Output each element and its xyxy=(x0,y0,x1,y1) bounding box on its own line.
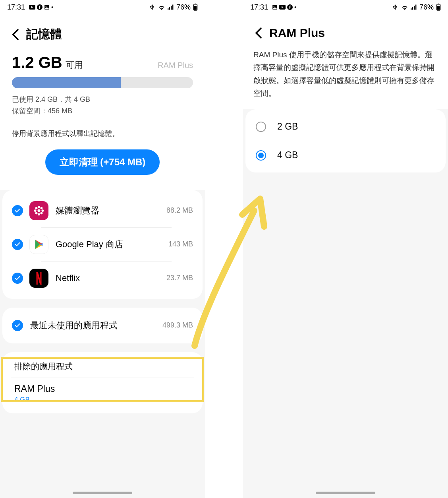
gallery-app-icon xyxy=(29,201,48,220)
app-size: 23.7 MB xyxy=(166,274,193,282)
radio-unselected-icon xyxy=(256,122,266,132)
svg-point-15 xyxy=(41,209,44,212)
svg-point-17 xyxy=(41,207,43,209)
battery-percent: 76% xyxy=(176,3,191,12)
ram-plus-badge: RAM Plus xyxy=(158,61,193,70)
memory-progress-fill xyxy=(12,77,121,88)
status-notif-icons: • xyxy=(272,4,296,10)
back-icon[interactable] xyxy=(255,27,262,39)
memory-progress-bar xyxy=(12,77,193,88)
ram-plus-description: RAM Plus 使用手機的儲存空間來提供虛擬記憶體。選擇高容量的虛擬記憶體可供… xyxy=(243,43,448,109)
svg-point-13 xyxy=(38,213,40,215)
svg-rect-25 xyxy=(412,7,413,10)
mute-icon xyxy=(392,4,399,10)
free-memory-amount: 1.2 GB xyxy=(12,54,62,71)
app-size: 88.2 MB xyxy=(166,206,193,215)
recent-unused-size: 499.3 MB xyxy=(162,321,193,329)
radio-label: 4 GB xyxy=(277,150,298,161)
svg-rect-5 xyxy=(169,7,170,10)
svg-rect-6 xyxy=(171,6,172,10)
apps-card: 媒體瀏覽器 88.2 MB Google Play 商店 143 MB Ne xyxy=(2,190,203,299)
youtube-icon xyxy=(29,5,35,10)
wifi-icon xyxy=(401,4,408,10)
image-icon xyxy=(272,4,278,10)
radio-label: 2 GB xyxy=(277,121,298,132)
memory-summary: 1.2 GB 可用 RAM Plus 已使用 2.4 GB，共 4 GB 保留空… xyxy=(0,46,205,190)
radio-option-2gb[interactable]: 2 GB xyxy=(253,112,438,141)
excluded-apps-card: 排除的應用程式 RAM Plus 4 GB xyxy=(2,352,203,413)
ram-plus-setting-row[interactable]: RAM Plus 4 GB xyxy=(11,378,194,406)
recent-unused-card[interactable]: 最近未使用的應用程式 499.3 MB xyxy=(2,308,203,343)
play-store-icon xyxy=(29,235,48,254)
app-row[interactable]: 媒體瀏覽器 88.2 MB xyxy=(10,194,195,227)
radio-selected-icon xyxy=(256,150,266,161)
app-size: 143 MB xyxy=(168,240,193,248)
svg-rect-26 xyxy=(414,6,415,10)
checkbox-checked-icon[interactable] xyxy=(12,273,23,284)
svg-rect-30 xyxy=(437,6,440,10)
cleanup-button[interactable]: 立即清理 (+754 MB) xyxy=(45,149,160,175)
svg-point-18 xyxy=(35,212,38,214)
battery-icon xyxy=(436,4,441,11)
svg-point-12 xyxy=(38,205,40,208)
nav-handle[interactable] xyxy=(73,492,132,494)
svg-point-16 xyxy=(35,207,38,209)
status-bar: 17:31 • 76% xyxy=(0,0,205,14)
svg-point-19 xyxy=(41,212,43,214)
status-notif-icons: • xyxy=(29,4,53,10)
checkbox-checked-icon[interactable] xyxy=(12,239,23,250)
facebook-icon xyxy=(37,4,42,10)
signal-icon xyxy=(411,4,417,10)
svg-point-14 xyxy=(34,209,37,212)
battery-percent: 76% xyxy=(419,3,434,12)
youtube-icon xyxy=(279,5,286,10)
page-title: RAM Plus xyxy=(269,26,325,40)
checkbox-checked-icon[interactable] xyxy=(12,320,23,331)
radio-option-4gb[interactable]: 4 GB xyxy=(253,141,438,169)
status-time: 17:31 xyxy=(250,3,268,12)
page-header: RAM Plus xyxy=(243,14,448,43)
facebook-icon xyxy=(287,4,293,10)
signal-icon xyxy=(168,4,174,10)
used-memory-line: 已使用 2.4 GB，共 4 GB xyxy=(12,94,193,105)
netflix-icon xyxy=(29,269,48,288)
ram-plus-row-value: 4 GB xyxy=(14,396,191,404)
ram-plus-screen: 17:31 • 76% RAM Plus RAM Plus 使用手機的儲存空間來… xyxy=(243,0,448,498)
svg-rect-10 xyxy=(194,6,197,10)
back-icon[interactable] xyxy=(12,29,19,41)
recent-unused-label: 最近未使用的應用程式 xyxy=(30,320,155,331)
nav-handle[interactable] xyxy=(316,492,375,494)
app-name: 媒體瀏覽器 xyxy=(56,205,159,217)
svg-rect-7 xyxy=(172,5,173,10)
app-name: Google Play 商店 xyxy=(56,238,161,250)
page-title: 記憶體 xyxy=(26,26,62,43)
battery-icon xyxy=(193,4,198,11)
image-icon xyxy=(44,4,50,10)
reserved-memory-line: 保留空間：456 MB xyxy=(12,105,193,117)
mute-icon xyxy=(149,4,156,10)
app-name: Netflix xyxy=(56,273,159,283)
free-memory-label: 可用 xyxy=(66,60,83,70)
svg-point-21 xyxy=(274,6,274,7)
app-row[interactable]: Netflix 23.7 MB xyxy=(10,262,195,295)
svg-rect-9 xyxy=(195,4,196,4)
status-time: 17:31 xyxy=(7,3,25,12)
svg-rect-24 xyxy=(411,8,411,10)
svg-rect-27 xyxy=(415,5,416,10)
checkbox-checked-icon[interactable] xyxy=(12,205,23,216)
status-bar: 17:31 • 76% xyxy=(243,0,448,14)
memory-screen: 17:31 • 76% 記憶體 1.2 GB 可用 RAM Plus xyxy=(0,0,205,498)
memory-hint: 停用背景應用程式以釋出記憶體。 xyxy=(12,129,193,138)
svg-rect-4 xyxy=(168,8,168,10)
excluded-section-title: 排除的應用程式 xyxy=(11,359,194,378)
ram-plus-options-card: 2 GB 4 GB xyxy=(245,109,446,172)
page-header: 記憶體 xyxy=(0,14,205,46)
app-row[interactable]: Google Play 商店 143 MB xyxy=(10,228,195,261)
svg-point-3 xyxy=(46,6,46,7)
svg-rect-29 xyxy=(438,4,439,4)
svg-point-11 xyxy=(38,209,41,212)
wifi-icon xyxy=(158,4,165,10)
ram-plus-row-title: RAM Plus xyxy=(14,384,191,394)
